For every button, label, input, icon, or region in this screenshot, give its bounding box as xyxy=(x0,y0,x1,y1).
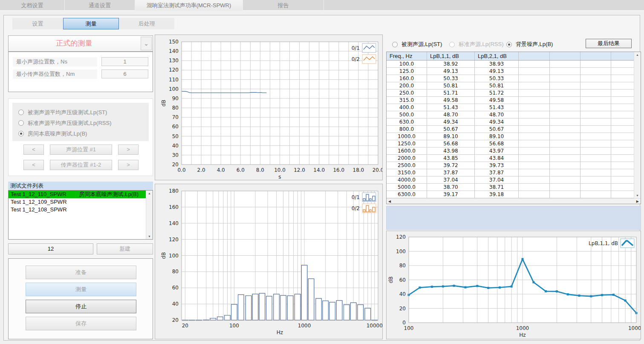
table-row[interactable]: 800.050.6750.67 xyxy=(387,126,641,133)
test-type-box: 被测声源平均声压级测试,Lp(ST)标准声源平均声压级测试,Lp(RSS)房间本… xyxy=(8,98,153,176)
action-button-enabled-3[interactable]: 停止 xyxy=(26,300,136,313)
result-mode-radio-3[interactable]: 背景噪声,Lp(B) xyxy=(506,40,553,49)
cell xyxy=(550,169,580,176)
cell: 50.81 xyxy=(427,82,475,90)
table-row[interactable]: 4000.037.0437.04 xyxy=(387,176,641,184)
table-row[interactable]: 5000.038.7038.71 xyxy=(387,184,641,191)
test-type-radio-1[interactable]: 被测声源平均声压级测试,Lp(ST) xyxy=(18,107,149,118)
svg-text:0.0: 0.0 xyxy=(177,167,185,173)
list-item[interactable]: Test 1_12_109_SPWR xyxy=(9,198,153,206)
radio-label: 标准声源平均声压级测试,Lp(RSS) xyxy=(28,119,111,127)
main-tab-1[interactable]: 文档设置 xyxy=(0,0,65,11)
prev-button[interactable]: < xyxy=(23,145,44,155)
param-row: 最小传声器位置数，Nm6 xyxy=(13,69,148,79)
table-row[interactable]: 315.049.5849.58 xyxy=(387,97,641,104)
main-tab-2[interactable]: 通道设置 xyxy=(65,0,135,11)
table-row[interactable]: 400.051.4351.43 xyxy=(387,104,641,111)
table-row[interactable]: 160.050.3350.33 xyxy=(387,75,641,82)
svg-text:100: 100 xyxy=(396,249,406,254)
action-button-disabled-4[interactable]: 保存 xyxy=(26,317,136,330)
file-tag: 房间本底噪声测试,Lp(B) xyxy=(79,191,139,197)
cell xyxy=(550,176,580,184)
cell xyxy=(550,82,580,90)
test-file-list[interactable]: Test 1_12_110_SPWR房间本底噪声测试,Lp(B)Test 1_1… xyxy=(8,190,153,240)
cell: 37.87 xyxy=(427,169,475,176)
next-button[interactable]: > xyxy=(118,160,139,170)
table-hscrollbar[interactable]: ◀▶ xyxy=(387,198,641,204)
svg-text:1000: 1000 xyxy=(298,323,311,329)
file-count-row: 12 新建 xyxy=(8,243,153,254)
result-mode-radio-2[interactable]: 标准声源,Lp(RSS) xyxy=(449,40,503,49)
param-row: 最小声源位置数，Ns1 xyxy=(13,57,148,66)
file-counter-button[interactable]: 12 xyxy=(8,243,93,254)
scroll-up-icon[interactable]: ▲ xyxy=(636,53,639,56)
cell xyxy=(611,119,635,126)
action-button-disabled-1[interactable]: 准备 xyxy=(26,266,136,279)
table-row[interactable]: 1250.056.6856.68 xyxy=(387,140,641,147)
table-vscrollbar[interactable]: ▲▼ xyxy=(634,52,641,198)
table-row[interactable]: 6300.039.1739.18 xyxy=(387,191,641,198)
table-row[interactable]: 630.049.3449.34 xyxy=(387,119,641,126)
param-input[interactable]: 6 xyxy=(101,69,148,78)
svg-text:140: 140 xyxy=(169,48,179,54)
cell xyxy=(580,140,611,147)
test-type-radio-2[interactable]: 标准声源平均声压级测试,Lp(RSS) xyxy=(18,118,149,128)
column-header: Freq., Hz xyxy=(387,52,427,60)
svg-text:20: 20 xyxy=(182,323,188,329)
list-scrollbar[interactable]: ▲▼ xyxy=(146,191,153,239)
svg-text:0/1: 0/1 xyxy=(352,194,360,200)
cell xyxy=(519,191,550,198)
test-type-radio-3[interactable]: 房间本底噪声测试,Lp(B) xyxy=(18,128,149,139)
sub-tab-3[interactable]: 后处理 xyxy=(119,18,174,29)
sub-tab-1[interactable]: 设置 xyxy=(12,18,63,29)
table-row[interactable]: 1000.089.1089.10 xyxy=(387,133,641,140)
scroll-down-icon[interactable]: ▼ xyxy=(636,194,639,197)
main-tab-4[interactable]: 报告 xyxy=(243,0,324,11)
main-tab-3[interactable]: 混响室法测试声功率(MCR-SPWR) xyxy=(135,0,243,11)
table-row[interactable]: 200.050.8150.81 xyxy=(387,82,641,90)
action-button-highlight-2[interactable]: 测量 xyxy=(26,283,136,296)
table-row[interactable]: 125.049.1349.13 xyxy=(387,68,641,75)
scroll-left-icon[interactable]: ◀ xyxy=(388,199,391,203)
sub-tab-2[interactable]: 测量 xyxy=(63,18,119,29)
measurement-mode-select[interactable]: 正式的测量 ⌄ xyxy=(8,35,153,52)
list-item[interactable]: Test 1_12_110_SPWR房间本底噪声测试,Lp(B) xyxy=(9,191,153,198)
chevron-down-icon[interactable]: ⌄ xyxy=(141,37,152,50)
scroll-right-icon[interactable]: ▶ xyxy=(636,199,639,203)
table-row[interactable]: 2500.039.7239.73 xyxy=(387,162,641,169)
cell xyxy=(580,162,611,169)
cell xyxy=(550,133,580,140)
table-row[interactable]: 100.038.9238.93 xyxy=(387,61,641,68)
cell: 51.71 xyxy=(427,90,475,97)
cell: 2000.0 xyxy=(387,155,427,162)
position-label-button[interactable]: 声源位置 #1 xyxy=(50,145,112,155)
table-row[interactable]: 500.048.7048.70 xyxy=(387,111,641,119)
result-mode-radio-1[interactable]: 被测声源,Lp(ST) xyxy=(392,40,442,49)
position-label-button[interactable]: 传声器位置 #1-2 xyxy=(50,160,112,170)
cell: 49.13 xyxy=(427,68,475,75)
cell: 1000.0 xyxy=(387,133,427,140)
svg-text:80: 80 xyxy=(399,263,406,269)
scroll-up-icon[interactable]: ▲ xyxy=(148,192,151,195)
prev-button[interactable]: < xyxy=(23,160,44,170)
svg-text:120: 120 xyxy=(396,234,406,240)
cell xyxy=(519,61,550,68)
column-header: LpB,2,1, dB xyxy=(475,52,519,60)
list-item[interactable]: Test 1_12_108_SPWR xyxy=(9,206,153,214)
new-file-button[interactable]: 新建 xyxy=(97,243,153,254)
cell xyxy=(580,75,611,82)
scroll-down-icon[interactable]: ▼ xyxy=(148,235,151,238)
table-row[interactable]: 2000.043.8543.84 xyxy=(387,155,641,162)
table-row[interactable]: 3150.037.8737.87 xyxy=(387,169,641,176)
cell: 39.72 xyxy=(427,162,475,169)
next-button[interactable]: > xyxy=(118,145,139,155)
svg-text:40: 40 xyxy=(172,143,179,149)
cell: 49.34 xyxy=(475,119,519,126)
table-row[interactable]: 250.051.7151.72 xyxy=(387,90,641,97)
param-input[interactable]: 1 xyxy=(101,57,148,66)
table-row[interactable]: 1600.043.9843.97 xyxy=(387,147,641,155)
cell: 315.0 xyxy=(387,97,427,104)
svg-text:100: 100 xyxy=(169,86,179,92)
final-result-button[interactable]: 最后结果 xyxy=(586,39,632,48)
file-name: Test 1_12_110_SPWR xyxy=(11,191,66,197)
